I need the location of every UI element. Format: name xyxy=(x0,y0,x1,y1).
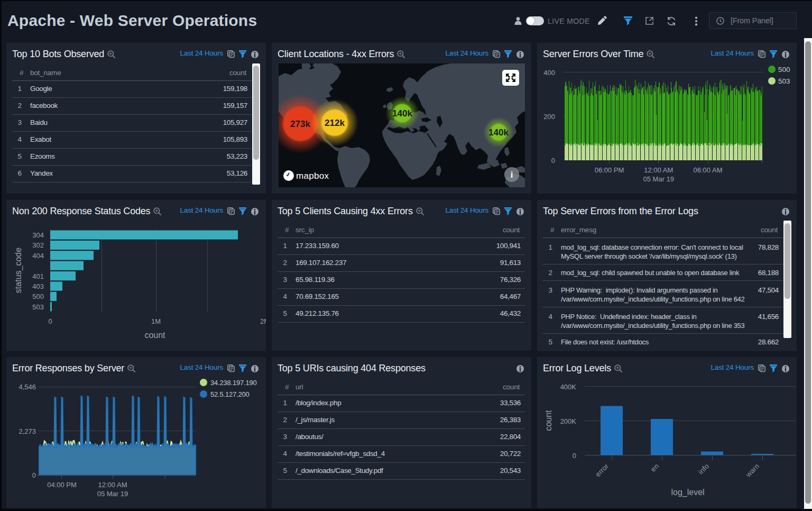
svg-text:200K: 200K xyxy=(560,417,577,425)
svg-text:401: 401 xyxy=(32,272,44,280)
svg-text:count: count xyxy=(144,331,165,340)
svg-text:05 Mar 19: 05 Mar 19 xyxy=(643,175,675,183)
svg-text:2M: 2M xyxy=(260,317,266,325)
svg-text:06:00 AM: 06:00 AM xyxy=(694,166,723,174)
svg-text:400: 400 xyxy=(543,69,555,77)
svg-text:404: 404 xyxy=(32,252,44,260)
svg-text:12:00 AM: 12:00 AM xyxy=(98,481,127,489)
svg-text:1M: 1M xyxy=(151,317,161,325)
svg-text:304: 304 xyxy=(32,231,44,239)
svg-text:0: 0 xyxy=(48,317,52,325)
svg-text:status_code: status_code xyxy=(14,248,23,293)
svg-text:i: i xyxy=(511,170,513,180)
svg-text:500: 500 xyxy=(778,66,790,74)
svg-text:140k: 140k xyxy=(392,108,412,118)
svg-text:0: 0 xyxy=(551,157,555,165)
svg-text:4,546: 4,546 xyxy=(19,383,36,391)
svg-text:06:00 PM: 06:00 PM xyxy=(595,166,624,174)
svg-text:273k: 273k xyxy=(290,119,310,129)
svg-text:2,273: 2,273 xyxy=(19,427,36,435)
svg-text:04:00 PM: 04:00 PM xyxy=(47,481,77,489)
svg-text:302: 302 xyxy=(32,241,44,249)
svg-text:log_level: log_level xyxy=(671,488,704,497)
svg-text:12:00 AM: 12:00 AM xyxy=(644,166,673,174)
svg-text:403: 403 xyxy=(32,282,44,290)
svg-text:52.5.127.200: 52.5.127.200 xyxy=(210,390,250,398)
svg-text:503: 503 xyxy=(778,77,790,85)
svg-text:05 Mar 19: 05 Mar 19 xyxy=(97,490,128,498)
svg-text:mapbox: mapbox xyxy=(296,171,329,181)
svg-text:info: info xyxy=(697,462,710,476)
svg-text:warn: warn xyxy=(744,462,761,479)
svg-text:140k: 140k xyxy=(488,127,509,138)
svg-text:34.238.197.190: 34.238.197.190 xyxy=(210,379,257,387)
svg-text:count: count xyxy=(544,410,553,431)
svg-text:400K: 400K xyxy=(560,383,577,391)
svg-text:en: en xyxy=(649,462,660,473)
svg-text:500: 500 xyxy=(32,293,44,300)
svg-text:200: 200 xyxy=(543,113,555,121)
svg-text:212k: 212k xyxy=(325,118,345,128)
svg-text:0: 0 xyxy=(32,471,36,479)
svg-text:error: error xyxy=(594,462,610,478)
svg-text:0: 0 xyxy=(573,452,576,460)
svg-text:503: 503 xyxy=(32,303,44,311)
